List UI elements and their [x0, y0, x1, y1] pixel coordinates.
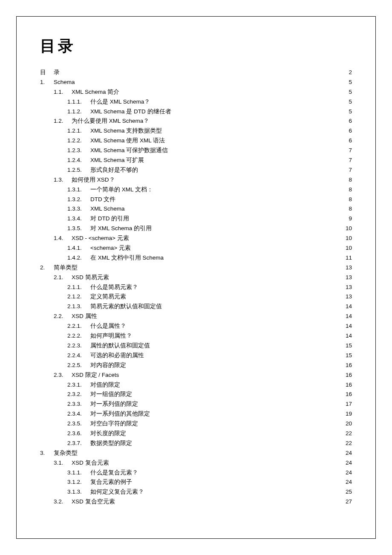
toc-entry[interactable]: 3.1.XSD 复合元素24 — [40, 460, 352, 466]
toc-page-number: 8 — [343, 187, 352, 193]
toc-page-number: 8 — [343, 177, 352, 183]
toc-label: 对一系列值的限定 — [90, 401, 138, 407]
toc-entry[interactable]: 1.1.2.XML Schema 是 DTD 的继任者5 — [40, 109, 352, 115]
toc-entry[interactable]: 2.1.XSD 简易元素13 — [40, 275, 352, 280]
toc-page-number: 17 — [343, 401, 352, 407]
toc-number: 2.2. — [54, 313, 72, 319]
toc-entry[interactable]: 1.Schema5 — [40, 79, 352, 85]
toc-entry[interactable]: 1.1.1.什么是 XML Schema？5 — [40, 99, 352, 105]
toc-entry[interactable]: 1.4.2.在 XML 文档中引用 Schema11 — [40, 255, 352, 261]
toc-page-number: 24 — [343, 479, 352, 485]
toc-entry[interactable]: 1.1.XML Schema 简介5 — [40, 89, 352, 95]
toc-entry[interactable]: 2.2.2.如何声明属性？14 — [40, 333, 352, 339]
toc-number: 2.2.2. — [67, 333, 90, 339]
toc-number: 1.3.1. — [67, 187, 90, 193]
toc-page-number: 14 — [343, 313, 352, 319]
toc-page-number: 13 — [343, 265, 352, 271]
toc-page-number: 9 — [343, 216, 352, 222]
toc-page-number: 16 — [343, 382, 352, 388]
toc-label: 数据类型的限定 — [90, 440, 132, 446]
toc-entry[interactable]: 3.复杂类型24 — [40, 450, 352, 456]
toc-page-number: 7 — [343, 157, 352, 163]
toc-entry[interactable]: 1.2.2.XML Schema 使用 XML 语法6 — [40, 138, 352, 144]
toc-entry[interactable]: 3.1.2.复合元素的例子24 — [40, 479, 352, 485]
toc-entry[interactable]: 1.2.为什么要使用 XML Schema？6 — [40, 118, 352, 124]
toc-entry[interactable]: 3.1.1.什么是复合元素？24 — [40, 470, 352, 476]
toc-page-number: 22 — [343, 431, 352, 436]
toc-label: XSD 复合元素 — [72, 460, 109, 466]
toc-number: 1.3.3. — [67, 206, 90, 212]
toc-entry[interactable]: 2.3.7.数据类型的限定22 — [40, 440, 352, 446]
toc-label: 什么是 XML Schema？ — [90, 99, 150, 105]
toc-number: 1. — [40, 79, 54, 85]
toc-entry[interactable]: 2.3.XSD 限定 / Facets16 — [40, 372, 352, 378]
toc-number: 2.2.4. — [67, 353, 90, 358]
toc-number: 1.2.1. — [67, 128, 90, 134]
toc-number: 1.2.2. — [67, 138, 90, 144]
toc-entry[interactable]: 2.1.1.什么是简易元素？13 — [40, 284, 352, 290]
toc-entry[interactable]: 1.2.4.XML Schema 可扩展7 — [40, 157, 352, 163]
toc-label: 对值的限定 — [90, 382, 120, 388]
toc-entry[interactable]: 2.2.3.属性的默认值和固定值15 — [40, 343, 352, 349]
toc-entry[interactable]: 1.4.XSD - <schema> 元素10 — [40, 235, 352, 241]
toc-entry[interactable]: 2.2.4.可选的和必需的属性15 — [40, 353, 352, 358]
toc-label: 定义简易元素 — [90, 294, 126, 300]
toc-entry[interactable]: 2.2.XSD 属性14 — [40, 313, 352, 319]
toc-page-number: 14 — [343, 323, 352, 329]
toc-label: 对内容的限定 — [90, 362, 126, 368]
toc-label: XML Schema 可保护数据通信 — [90, 147, 168, 153]
toc-entry[interactable]: 1.2.5.形式良好是不够的7 — [40, 167, 352, 173]
toc-entry[interactable]: 2.1.3.简易元素的默认值和固定值14 — [40, 304, 352, 309]
toc-entry[interactable]: 1.3.如何使用 XSD？8 — [40, 177, 352, 183]
toc-entry[interactable]: 2.3.4.对一系列值的其他限定19 — [40, 411, 352, 417]
toc-entry[interactable]: 2.2.5.对内容的限定16 — [40, 362, 352, 368]
toc-entry[interactable]: 1.2.3.XML Schema 可保护数据通信7 — [40, 147, 352, 153]
toc-label: Schema — [54, 79, 75, 85]
toc-label: 如何定义复合元素？ — [90, 489, 144, 495]
toc-entry[interactable]: 1.4.1.<schema> 元素10 — [40, 245, 352, 251]
toc-entry[interactable]: 2.简单类型13 — [40, 265, 352, 271]
page-title: 目录 — [40, 36, 352, 57]
toc-entry[interactable]: 1.3.2.DTD 文件8 — [40, 197, 352, 202]
toc-number: 3.1.1. — [67, 470, 90, 476]
toc-entry[interactable]: 目录2 — [40, 69, 352, 75]
toc-page-number: 7 — [343, 167, 352, 173]
toc-label: 在 XML 文档中引用 Schema — [90, 255, 164, 261]
toc-number: 1.2. — [54, 118, 72, 124]
toc-label: DTD 文件 — [90, 197, 116, 202]
toc-entry[interactable]: 2.3.3.对一系列值的限定17 — [40, 401, 352, 407]
toc-entry[interactable]: 2.3.1.对值的限定16 — [40, 382, 352, 388]
toc-entry[interactable]: 1.3.5.对 XML Schema 的引用10 — [40, 225, 352, 231]
toc-label: 对 XML Schema 的引用 — [90, 225, 152, 231]
toc-number: 2.3.6. — [67, 431, 90, 436]
toc-number: 目 — [40, 69, 54, 75]
toc-label: 属性的默认值和固定值 — [90, 343, 150, 349]
toc-entry[interactable]: 1.2.1.XML Schema 支持数据类型6 — [40, 128, 352, 134]
toc-entry[interactable]: 2.2.1.什么是属性？14 — [40, 323, 352, 329]
toc-entry[interactable]: 1.3.4.对 DTD 的引用9 — [40, 216, 352, 222]
toc-entry[interactable]: 1.3.1.一个简单的 XML 文档：8 — [40, 187, 352, 193]
toc-entry[interactable]: 3.1.3.如何定义复合元素？25 — [40, 489, 352, 495]
toc-label: 对长度的限定 — [90, 431, 126, 436]
toc-label: 为什么要使用 XML Schema？ — [72, 118, 149, 124]
toc-page-number: 22 — [343, 440, 352, 446]
toc-entry[interactable]: 3.2.XSD 复合空元素27 — [40, 499, 352, 505]
toc-label: 什么是属性？ — [90, 323, 126, 329]
toc-page-number: 10 — [343, 235, 352, 241]
toc-number: 2.2.5. — [67, 362, 90, 368]
toc-number: 1.1.1. — [67, 99, 90, 105]
toc-entry[interactable]: 2.3.2.对一组值的限定16 — [40, 391, 352, 397]
toc-label: 复杂类型 — [54, 450, 78, 456]
toc-entry[interactable]: 2.3.6.对长度的限定22 — [40, 431, 352, 436]
toc-number: 2. — [40, 265, 54, 271]
toc-entry[interactable]: 2.3.5.对空白字符的限定20 — [40, 421, 352, 427]
toc-page-number: 6 — [343, 138, 352, 144]
toc-entry[interactable]: 1.3.3.XML Schema8 — [40, 206, 352, 212]
toc-number: 1.2.3. — [67, 147, 90, 153]
toc-entry[interactable]: 2.1.2.定义简易元素13 — [40, 294, 352, 300]
toc-page-number: 5 — [343, 89, 352, 95]
toc-number: 2.2.1. — [67, 323, 90, 329]
toc-number: 2.2.3. — [67, 343, 90, 349]
toc-number: 1.4.1. — [67, 245, 90, 251]
toc-label: 如何声明属性？ — [90, 333, 132, 339]
